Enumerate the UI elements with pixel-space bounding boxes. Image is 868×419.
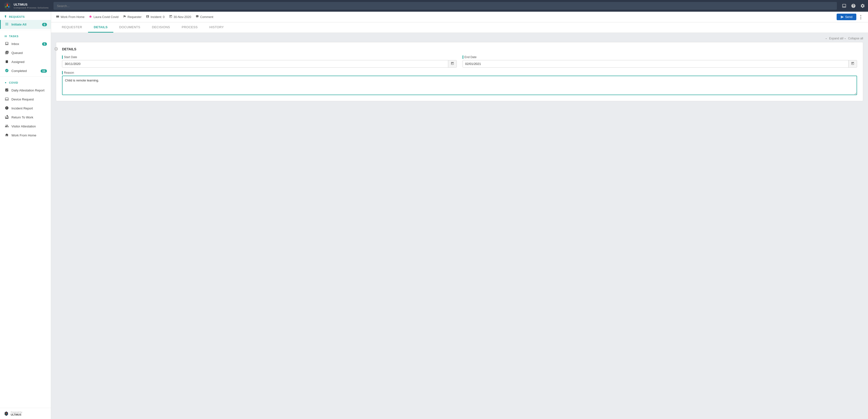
topbar-incident: Incident: 0 <box>146 15 165 19</box>
tab-process[interactable]: PROCESS <box>176 22 204 33</box>
tab-documents[interactable]: DOCUMENTS <box>113 22 146 33</box>
calendar-icon <box>851 62 855 65</box>
end-date-group: End Date <box>463 56 857 68</box>
section-indicator <box>55 47 58 51</box>
topbar-flag-icon <box>123 15 126 19</box>
sidebar-section-covid: COVID <box>0 77 51 86</box>
reason-label: Reason <box>62 71 857 74</box>
sidebar-item-completed[interactable]: Completed 15 <box>0 66 51 75</box>
topbar-user: Laura Covid Covid <box>89 15 119 19</box>
topnav-icons <box>842 3 865 8</box>
completed-badge: 15 <box>41 69 47 73</box>
device-request-icon <box>5 97 9 102</box>
sidebar-item-initiate-all[interactable]: Initiate All 6 <box>0 20 51 29</box>
sidebar-item-return-to-work[interactable]: Return To Work <box>0 113 51 122</box>
settings-icon <box>860 3 865 8</box>
tab-bar: REQUESTER DETAILS DOCUMENTS DECISIONS PR… <box>51 22 868 33</box>
svg-point-12 <box>5 414 6 414</box>
svg-rect-15 <box>56 15 59 18</box>
svg-point-13 <box>7 414 7 414</box>
topbar-calendar-icon <box>169 15 173 19</box>
svg-point-14 <box>6 413 7 414</box>
collapse-all-link[interactable]: Collapse all <box>844 37 863 40</box>
initiate-all-badge: 6 <box>42 23 47 26</box>
help-icon <box>851 3 856 8</box>
svg-point-9 <box>5 82 6 84</box>
sidebar-divider-1 <box>0 30 51 30</box>
send-button[interactable]: Send <box>837 13 856 20</box>
reason-textarea[interactable]: Child is remote learning. <box>62 76 857 95</box>
search-input[interactable] <box>54 2 837 10</box>
tasks-icon <box>4 35 7 38</box>
visitor-attestation-icon <box>5 124 9 129</box>
svg-point-11 <box>6 413 7 413</box>
start-date-input[interactable] <box>62 60 448 67</box>
sidebar-item-inbox[interactable]: Inbox 5 <box>0 39 51 49</box>
app-logo: ULTIMUS Composed Process Solutions <box>3 1 49 10</box>
sidebar-section-requests: REQUESTS <box>0 12 51 20</box>
topbar-comment: Comment <box>195 15 213 19</box>
sidebar-item-visitor-attestation[interactable]: Visitor Attestation <box>0 122 51 131</box>
completed-icon <box>5 69 9 73</box>
tab-details[interactable]: DETAILS <box>88 22 114 33</box>
svg-point-3 <box>5 6 6 7</box>
inbox-icon <box>842 3 846 8</box>
app-subtitle: Composed Process Solutions <box>13 6 49 9</box>
inbox-icon-button[interactable] <box>842 3 846 8</box>
queued-icon <box>5 51 9 55</box>
date-row: Start Date End Date <box>62 56 857 68</box>
topbar-comment-icon <box>195 15 199 19</box>
sidebar-item-incident-report[interactable]: Incident Report <box>0 104 51 113</box>
start-date-label: Start Date <box>62 56 457 59</box>
app-name: ULTIMUS <box>13 3 49 6</box>
content-area: Expand all / Collapse all DETAILS Start … <box>51 33 868 419</box>
end-date-input-wrap <box>463 60 857 68</box>
more-options-button[interactable]: ⋮ <box>858 14 863 20</box>
svg-point-4 <box>8 6 9 7</box>
expand-all-link[interactable]: Expand all <box>825 37 843 40</box>
sidebar-item-assigned[interactable]: Assigned <box>0 57 51 66</box>
expand-collapse-controls: Expand all / Collapse all <box>56 37 863 40</box>
tab-decisions[interactable]: DECISIONS <box>146 22 176 33</box>
topbar-star-icon <box>89 15 92 19</box>
topbar-date: 30-Nov-2020 <box>169 15 191 19</box>
details-section-header: DETAILS <box>62 47 857 51</box>
svg-rect-6 <box>5 23 8 23</box>
collapse-all-icon <box>844 37 846 40</box>
details-card: DETAILS Start Date End Date <box>56 42 863 101</box>
end-date-label: End Date <box>463 56 857 59</box>
topbar-wfh-icon <box>56 15 59 19</box>
start-date-group: Start Date <box>62 56 457 68</box>
footer-logo-icon <box>4 411 9 416</box>
daily-attestation-icon <box>5 88 9 93</box>
topbar-incident-icon <box>146 15 149 19</box>
bolt-icon <box>4 15 7 19</box>
sidebar-item-queued[interactable]: Queued <box>0 49 51 57</box>
svg-point-2 <box>6 4 8 5</box>
sidebar: REQUESTS Initiate All 6 TASKS Inbox 5 <box>0 12 51 419</box>
inbox-nav-icon <box>5 41 9 46</box>
return-to-work-icon <box>5 115 9 120</box>
inbox-badge: 5 <box>42 42 47 46</box>
sidebar-section-tasks: TASKS <box>0 31 51 39</box>
svg-point-5 <box>6 5 8 6</box>
calendar-icon <box>451 62 454 65</box>
logo-icon <box>3 1 12 10</box>
covid-section-icon <box>4 81 7 85</box>
end-date-calendar-button[interactable] <box>848 60 857 67</box>
assigned-icon <box>5 60 9 64</box>
help-icon-button[interactable] <box>851 3 856 8</box>
incident-report-icon <box>5 106 9 111</box>
topbar-role: Requester <box>123 15 142 19</box>
settings-icon-button[interactable] <box>860 3 865 8</box>
send-icon <box>840 15 844 19</box>
start-date-calendar-button[interactable] <box>448 60 457 67</box>
sidebar-item-daily-attestation[interactable]: Daily Attestation Report <box>0 86 51 95</box>
sidebar-item-device-request[interactable]: Device Request <box>0 95 51 104</box>
tab-requester[interactable]: REQUESTER <box>56 22 88 33</box>
sidebar-item-work-from-home[interactable]: Work From Home <box>0 131 51 140</box>
tab-history[interactable]: HISTORY <box>204 22 229 33</box>
end-date-input[interactable] <box>463 60 848 67</box>
sidebar-footer: Powered by ULTIMUS <box>0 408 51 419</box>
topbar: Work From Home Laura Covid Covid Request… <box>51 12 868 22</box>
